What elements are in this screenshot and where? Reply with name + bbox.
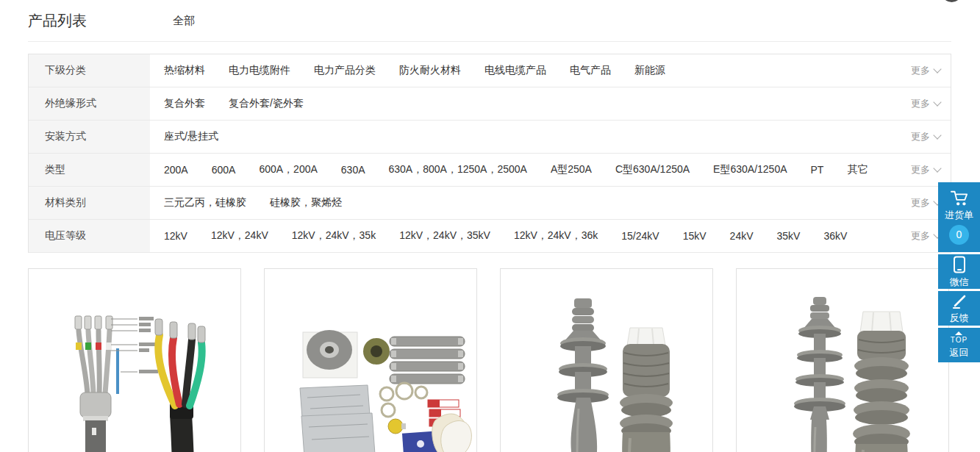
filter-row-subcategory: 下级分类 热缩材料 电力电缆附件 电力产品分类 防火耐火材料 电线电缆产品 电气… bbox=[29, 54, 951, 87]
cable-termination-diagram bbox=[29, 269, 240, 452]
cart-label: 进货单 bbox=[945, 209, 973, 221]
filter-option[interactable]: C型630A/1250A bbox=[615, 163, 690, 176]
more-label: 更多 bbox=[911, 64, 930, 77]
filter-option[interactable]: 复合外套/瓷外套 bbox=[229, 97, 304, 110]
filter-label: 下级分类 bbox=[29, 54, 150, 87]
termination-kit-components bbox=[265, 269, 476, 452]
arrow-up-icon bbox=[955, 331, 962, 335]
wechat-button[interactable]: 微信 bbox=[938, 254, 980, 289]
filter-option[interactable]: 200A bbox=[164, 164, 188, 176]
pencil-icon bbox=[951, 293, 968, 309]
filter-label: 外绝缘形式 bbox=[29, 87, 150, 120]
chevron-down-icon bbox=[933, 131, 941, 139]
filter-row-voltage: 电压等级 12kV 12kV，24kV 12kV，24kV，35k 12kV，2… bbox=[29, 220, 951, 253]
filter-option[interactable]: 12kV，24kV bbox=[211, 229, 268, 243]
filter-label: 电压等级 bbox=[29, 220, 150, 252]
product-grid bbox=[28, 268, 951, 452]
cart-icon bbox=[950, 190, 969, 207]
filter-option[interactable]: 12kV，24kV，35kV bbox=[399, 229, 490, 243]
more-link[interactable]: 更多 bbox=[911, 97, 940, 110]
back-label: 返回 bbox=[950, 346, 969, 359]
cold-shrink-terminations bbox=[501, 269, 712, 452]
product-card[interactable] bbox=[736, 268, 949, 452]
page-header: 产品列表 全部 bbox=[28, 0, 951, 42]
filter-option[interactable]: 座式/悬挂式 bbox=[164, 130, 218, 143]
filter-option[interactable]: 电力电缆附件 bbox=[229, 64, 290, 77]
filter-option[interactable]: 复合外套 bbox=[164, 97, 205, 110]
product-card[interactable] bbox=[500, 268, 713, 452]
filter-label: 类型 bbox=[29, 154, 150, 186]
more-link[interactable]: 更多 bbox=[911, 64, 940, 77]
more-link[interactable]: 更多 bbox=[911, 130, 940, 143]
filter-option[interactable]: 12kV bbox=[164, 230, 187, 242]
filter-option[interactable]: 电线电缆产品 bbox=[484, 64, 546, 77]
filter-option[interactable]: 新能源 bbox=[634, 64, 665, 77]
more-label: 更多 bbox=[911, 196, 930, 209]
product-card[interactable] bbox=[264, 268, 477, 452]
cart-count-badge: 0 bbox=[949, 225, 969, 245]
cold-shrink-terminations-tall bbox=[737, 269, 948, 452]
feedback-button[interactable]: 反馈 bbox=[938, 291, 980, 326]
filter-option[interactable]: 防火耐火材料 bbox=[399, 64, 461, 77]
more-link[interactable]: 更多 bbox=[911, 196, 940, 209]
more-label: 更多 bbox=[911, 163, 930, 176]
filter-row-type: 类型 200A 600A 600A，200A 630A 630A，800A，12… bbox=[29, 154, 951, 187]
filter-option[interactable]: 36kV bbox=[823, 230, 847, 242]
filter-option[interactable]: 12kV，24kV，35k bbox=[292, 229, 376, 243]
filter-option[interactable]: 600A bbox=[212, 164, 236, 176]
more-label: 更多 bbox=[911, 130, 930, 143]
filter-row-insulation: 外绝缘形式 复合外套 复合外套/瓷外套 更多 bbox=[29, 87, 951, 121]
side-toolbar: 进货单 0 微信 反馈 TOP 返回 bbox=[938, 182, 980, 365]
feedback-label: 反馈 bbox=[950, 312, 969, 324]
filter-option[interactable]: 电气产品 bbox=[570, 64, 611, 77]
filter-option[interactable]: 15/24kV bbox=[621, 230, 659, 242]
filter-option[interactable]: 600A，200A bbox=[259, 163, 317, 176]
filter-table: 下级分类 热缩材料 电力电缆附件 电力产品分类 防火耐火材料 电线电缆产品 电气… bbox=[28, 54, 951, 253]
filter-option[interactable]: 其它 bbox=[847, 163, 868, 176]
tab-all[interactable]: 全部 bbox=[173, 14, 195, 28]
filter-option[interactable]: 630A bbox=[341, 164, 365, 176]
chevron-down-icon bbox=[933, 65, 941, 73]
filter-row-material: 材料类别 三元乙丙，硅橡胶 硅橡胶，聚烯烃 更多 bbox=[29, 187, 951, 220]
filter-option[interactable]: 15kV bbox=[683, 230, 707, 242]
cart-button[interactable]: 进货单 0 bbox=[938, 182, 980, 252]
wechat-label: 微信 bbox=[950, 276, 969, 288]
filter-label: 安装方式 bbox=[29, 121, 150, 153]
filter-option[interactable]: 630A，800A，1250A，2500A bbox=[389, 163, 527, 176]
more-label: 更多 bbox=[911, 97, 930, 110]
filter-option[interactable]: A型250A bbox=[551, 163, 592, 176]
filter-option[interactable]: 硅橡胶，聚烯烃 bbox=[270, 196, 342, 209]
product-card[interactable] bbox=[28, 268, 241, 452]
filter-option[interactable]: 三元乙丙，硅橡胶 bbox=[164, 196, 246, 209]
filter-option[interactable]: 24kV bbox=[730, 230, 754, 242]
filter-row-mounting: 安装方式 座式/悬挂式 更多 bbox=[29, 121, 951, 154]
filter-option[interactable]: 35kV bbox=[777, 230, 801, 242]
chevron-down-icon bbox=[933, 98, 941, 106]
top-text: TOP bbox=[951, 336, 968, 344]
chevron-down-icon bbox=[933, 164, 941, 172]
phone-icon bbox=[953, 256, 966, 273]
filter-option[interactable]: 电力产品分类 bbox=[314, 64, 376, 77]
filter-option[interactable]: 热缩材料 bbox=[164, 64, 205, 77]
filter-label: 材料类别 bbox=[29, 187, 150, 219]
page-title: 产品列表 bbox=[28, 11, 87, 31]
back-to-top-button[interactable]: TOP 返回 bbox=[938, 328, 980, 362]
filter-option[interactable]: E型630A/1250A bbox=[713, 163, 787, 176]
filter-option[interactable]: PT bbox=[811, 164, 824, 176]
filter-option[interactable]: 12kV，24kV，36k bbox=[514, 229, 598, 243]
more-link[interactable]: 更多 bbox=[911, 163, 940, 176]
more-link[interactable]: 更多 bbox=[911, 229, 940, 243]
more-label: 更多 bbox=[911, 229, 930, 243]
product-list-page: 产品列表 全部 下级分类 热缩材料 电力电缆附件 电力产品分类 防火耐火材料 电… bbox=[0, 0, 980, 452]
